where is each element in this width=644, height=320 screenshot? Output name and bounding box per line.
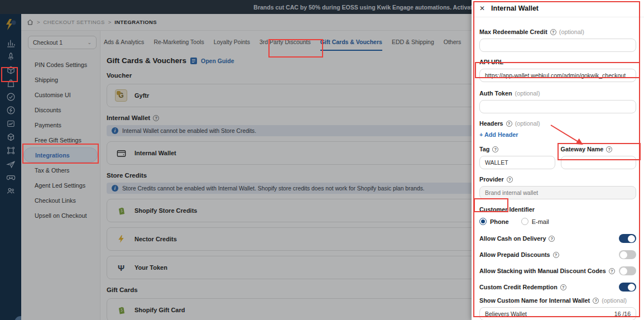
gateway-name-label: Gateway Name ? (561, 146, 637, 152)
auth-token-label: Auth Token (optional) (479, 90, 636, 97)
app-window: Brands cut CAC by 50% during EOSS using … (0, 0, 644, 320)
radio-dot (479, 218, 487, 225)
close-icon[interactable]: ✕ (479, 4, 485, 12)
help-icon[interactable]: ? (593, 298, 599, 304)
toggle-row-prepaid: Allow Prepaid Discounts ? (479, 250, 636, 259)
stacking-toggle[interactable] (619, 266, 636, 275)
help-icon[interactable]: ? (550, 29, 556, 35)
radio-email[interactable]: E-mail (521, 218, 549, 225)
drawer-title: Internal Wallet (491, 4, 539, 12)
help-icon[interactable]: ? (492, 146, 498, 152)
tag-label: Tag ? (479, 146, 555, 152)
max-redeemable-input[interactable] (479, 39, 636, 52)
help-icon[interactable]: ? (606, 146, 612, 152)
help-icon[interactable]: ? (507, 176, 513, 183)
radio-dot (521, 218, 528, 225)
help-icon[interactable]: ? (506, 121, 512, 127)
provider-input (479, 186, 636, 199)
gateway-name-input[interactable] (561, 156, 637, 169)
customer-identifier-label: Customer Identifier (479, 206, 636, 213)
toggle-row-cod: Allow Cash on Delivery ? (479, 234, 636, 243)
custom-name-input[interactable]: Believers Wallet 16 /16 (479, 307, 636, 320)
api-url-input[interactable] (479, 69, 636, 82)
custom-redemption-toggle[interactable] (619, 283, 636, 292)
max-redeemable-label: Max Redeemable Credit ? (optional) (479, 28, 636, 35)
internal-wallet-drawer: ✕ Internal Wallet Max Redeemable Credit … (472, 0, 644, 320)
help-icon[interactable]: ? (609, 268, 615, 274)
cod-toggle[interactable] (619, 234, 636, 243)
add-header-link[interactable]: + Add Header (479, 131, 636, 138)
char-counter: 16 /16 (614, 311, 631, 317)
prepaid-discounts-toggle[interactable] (619, 250, 636, 259)
help-icon[interactable]: ? (560, 284, 566, 290)
custom-name-label: Show Custom Name for Internal Wallet ? (… (479, 297, 636, 304)
headers-label: Headers ? (optional) (479, 120, 636, 127)
toggle-row-custom-redemption: Custom Credit Redemption ? (479, 283, 636, 292)
toggle-row-stacking: Allow Stacking with Manual Discount Code… (479, 266, 636, 275)
help-icon[interactable]: ? (549, 236, 555, 242)
tag-input[interactable] (479, 156, 555, 169)
provider-label: Provider ? (479, 176, 636, 183)
help-icon[interactable]: ? (553, 252, 559, 258)
api-url-label: API URL (479, 59, 636, 65)
auth-token-input[interactable] (479, 100, 636, 113)
radio-phone[interactable]: Phone (479, 218, 509, 225)
